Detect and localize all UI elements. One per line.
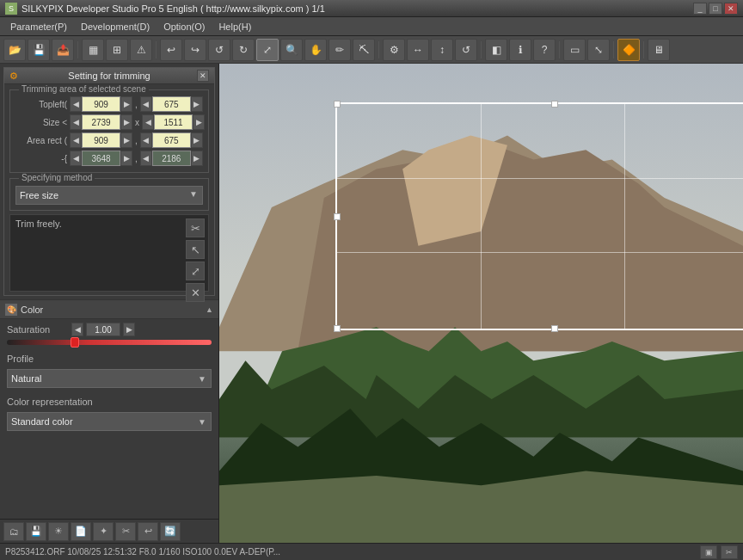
area-x-input[interactable]: 909 [82,132,120,148]
bt-btn-7[interactable]: ↩ [138,522,158,541]
topleft-x-dec[interactable]: ◀ [70,96,82,112]
rotate-right-button[interactable]: ↻ [232,39,255,61]
status-icon-1[interactable]: ▣ [700,545,717,559]
size-h-dec[interactable]: ◀ [142,114,154,130]
size-h-input[interactable]: 1511 [154,114,193,130]
compare-button[interactable]: ◧ [485,39,507,61]
grid2-button[interactable]: ⊞ [106,39,128,61]
size-w-dec[interactable]: ◀ [70,114,82,130]
maximize-button[interactable]: □ [709,3,722,15]
profile-select[interactable]: Natural Vivid Portrait [7,369,212,388]
trim-side-icons: ✂ ↖ ⤢ ✕ [186,218,205,302]
area2-prefix: -{ [14,154,70,163]
crop-button[interactable]: ⤢ [256,39,279,61]
color-rep-select-wrapper: Standard color Wide color ▼ [7,412,212,431]
area-y-inc[interactable]: ▶ [191,132,203,148]
minimize-button[interactable]: _ [693,3,707,15]
area-y-dec[interactable]: ◀ [140,132,152,148]
saturation-row: Saturation ◀ 1.00 ▶ [0,319,218,340]
trim-dialog: ⚙ Setting for trimming ✕ Trimming area o… [3,67,215,296]
area-x-dec[interactable]: ◀ [70,132,82,148]
bt-btn-4[interactable]: 📄 [71,522,91,541]
status-icon-2[interactable]: ✂ [721,545,738,559]
size-w-inc[interactable]: ▶ [120,114,132,130]
flip-v-button[interactable]: ↕ [431,39,453,61]
area2-x-input[interactable]: 3648 [82,151,120,166]
menu-development[interactable]: Development(D) [74,20,157,34]
saturation-slider[interactable] [7,340,212,345]
menu-parameter[interactable]: Parameter(P) [3,20,74,34]
saturation-slider-container: ◀ 1.00 ▶ [71,323,212,336]
size-w-input[interactable]: 2739 [82,114,120,130]
saturation-value: 1.00 [86,323,120,336]
arrows-icon-button[interactable]: ⤢ [186,262,205,280]
bt-btn-6[interactable]: ✂ [115,522,136,541]
topleft-x-inc[interactable]: ▶ [120,96,132,112]
main-layout: ⚙ Setting for trimming ✕ Trimming area o… [0,64,743,543]
save-button[interactable]: 💾 [28,39,50,61]
bt-btn-1[interactable]: 🗂 [3,522,24,541]
toolbar-sep-1 [77,41,78,58]
size-h-inc[interactable]: ▶ [193,114,205,130]
color-panel-header[interactable]: 🎨 Color ▲ [0,300,218,319]
rotate-left-button[interactable]: ↺ [208,39,230,61]
area2-x-dec[interactable]: ◀ [70,151,82,166]
reset-button[interactable]: ↺ [455,39,477,61]
area2-y-input[interactable]: 2186 [152,151,191,166]
settings-button[interactable]: ⚙ [383,39,405,61]
color-rep-select-row: Standard color Wide color ▼ [0,412,218,436]
saturation-thumb[interactable] [71,337,79,348]
trim-dialog-title: ⚙ Setting for trimming ✕ [4,68,214,84]
close-button[interactable]: ✕ [724,3,738,15]
area-y-input[interactable]: 675 [152,132,191,148]
undo-button[interactable]: ↩ [160,39,182,61]
saturation-dec-button[interactable]: ◀ [71,323,83,336]
scissors-icon-button[interactable]: ✂ [186,218,205,237]
menu-option[interactable]: Option(O) [157,20,212,34]
select-button[interactable]: ▭ [563,39,586,61]
picker-button[interactable]: ⛏ [353,39,375,61]
topleft-y-input[interactable]: 675 [152,96,191,112]
cross-icon-button[interactable]: ✕ [186,283,205,302]
resize-button[interactable]: ⤡ [587,39,610,61]
bt-btn-8[interactable]: 🔄 [160,522,181,541]
saturation-inc-button[interactable]: ▶ [123,323,135,336]
area-rect-label: Area rect ( [14,136,70,145]
export-button[interactable]: 📤 [52,39,74,61]
help-button[interactable]: ? [533,39,556,61]
status-text: P8253412.ORF 10/08/25 12:51:32 F8.0 1/16… [5,547,280,557]
window-controls: _ □ ✕ [693,3,738,15]
grid-button[interactable]: ▦ [82,39,104,61]
menu-help[interactable]: Help(H) [212,20,258,34]
topleft-y-dec[interactable]: ◀ [140,96,152,112]
bt-btn-5[interactable]: ✦ [93,522,114,541]
area2-x-inc[interactable]: ▶ [120,151,132,166]
area2-y-dec[interactable]: ◀ [140,151,152,166]
topleft-x-input[interactable]: 909 [82,96,120,112]
flip-h-button[interactable]: ↔ [407,39,429,61]
hand-button[interactable]: ✋ [304,39,327,61]
area2-y-inc[interactable]: ▶ [191,151,203,166]
coin-button[interactable]: 🔶 [617,39,640,61]
color-rep-select[interactable]: Standard color Wide color [7,412,212,431]
warning-button[interactable]: ⚠ [130,39,152,61]
cursor-icon-button[interactable]: ↖ [186,240,205,259]
monitor-button[interactable]: 🖥 [648,39,670,61]
trim-dialog-close[interactable]: ✕ [197,70,209,82]
info-button[interactable]: ℹ [509,39,531,61]
specifying-method-select[interactable]: Free size Fixed ratio Fixed size [15,186,203,205]
trim-preview: Trim freely. ✂ ↖ ⤢ ✕ [9,214,209,292]
bt-btn-2[interactable]: 💾 [26,522,46,541]
photo-canvas [219,64,743,543]
pencil-button[interactable]: ✏ [329,39,351,61]
open-button[interactable]: 📂 [3,39,26,61]
zoom-button[interactable]: 🔍 [280,39,303,61]
redo-button[interactable]: ↪ [184,39,206,61]
photo-area[interactable] [219,64,743,543]
toolbar-sep-6 [613,41,614,58]
area-x-inc[interactable]: ▶ [120,132,132,148]
window-title: SILKYPIX Developer Studio Pro 5 English … [21,3,693,14]
topleft-y-inc[interactable]: ▶ [191,96,203,112]
title-bar: S SILKYPIX Developer Studio Pro 5 Englis… [0,0,743,17]
bt-btn-3[interactable]: ☀ [48,522,69,541]
